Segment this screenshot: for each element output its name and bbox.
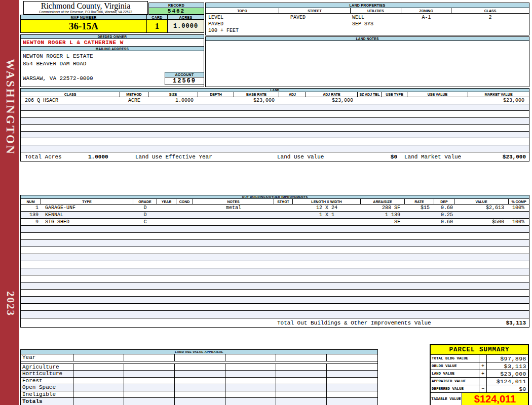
map-number-header: MAP NUMBER bbox=[20, 15, 147, 20]
appraisal-cell bbox=[327, 371, 377, 377]
out-buildings-total-label: Total Out Buildings & Other Improvements… bbox=[277, 320, 431, 326]
column-header: USE VALUE bbox=[407, 92, 468, 97]
table-row bbox=[21, 247, 529, 254]
cell: ACRE bbox=[120, 97, 148, 104]
land-use-value-label: Land Use Value bbox=[277, 154, 324, 160]
deeded-owner-header: DEEDED OWNER bbox=[20, 34, 204, 39]
appraisal-cell bbox=[175, 391, 225, 398]
parcel-summary-row: DEFERRED VALUE−$0 bbox=[431, 385, 528, 393]
cell bbox=[274, 219, 293, 225]
column-header: SIZE bbox=[148, 92, 198, 97]
cell: 0.25 bbox=[434, 212, 454, 218]
table-row bbox=[21, 138, 529, 145]
table-row bbox=[21, 311, 529, 318]
appraisal-cell bbox=[175, 398, 225, 405]
parcel-summary-label: APPRAISED VALUE bbox=[431, 378, 479, 385]
appraisal-cell bbox=[327, 384, 377, 391]
parcel-summary-operator: + bbox=[479, 362, 487, 370]
left-sidebar: WASHINGTON 2023 bbox=[0, 0, 19, 405]
appraisal-cell bbox=[175, 364, 225, 371]
cell bbox=[358, 97, 382, 104]
column-header: CLASS bbox=[21, 92, 120, 97]
appraisal-row: Totals bbox=[21, 398, 377, 405]
cell: 1 139 bbox=[361, 212, 405, 218]
appraisal-row-label: Forest bbox=[21, 378, 73, 384]
appraisal-cell bbox=[73, 384, 124, 391]
appraisal-cell bbox=[124, 398, 175, 405]
parcel-summary-label: DEFERRED VALUE bbox=[431, 385, 479, 392]
appraisal-cell bbox=[225, 398, 276, 405]
land-use-value: $0 bbox=[377, 154, 397, 160]
cell: $2,613 bbox=[454, 205, 509, 211]
land-properties-column-headers: TOPOSTREETUTILITIESZONINGCLASS bbox=[206, 8, 529, 14]
appraisal-row-label: Ineligible bbox=[21, 391, 73, 398]
appraisal-cell bbox=[175, 378, 225, 384]
land-properties-value: PAVED bbox=[207, 21, 279, 27]
cell: SF bbox=[361, 219, 405, 225]
land-properties-column-header: STREET bbox=[279, 8, 351, 14]
column-header: COND bbox=[176, 199, 193, 204]
column-header: BASE RATE bbox=[234, 92, 279, 97]
cell: 12 X 24 bbox=[293, 205, 361, 211]
land-properties-value-column: PAVED bbox=[279, 14, 351, 34]
cell bbox=[274, 205, 293, 211]
land-totals-row: Total Acres 1.0000 Land Use Effective Ye… bbox=[20, 152, 529, 161]
land-market-value-label: Land Market Value bbox=[404, 154, 461, 160]
appraisal-cell bbox=[124, 378, 175, 384]
parcel-summary-label: LAND VALUE bbox=[431, 370, 479, 377]
appraisal-cell bbox=[276, 378, 327, 384]
acres-value: 1.0000 bbox=[168, 20, 204, 33]
cell bbox=[509, 212, 529, 218]
appraisal-cell bbox=[225, 384, 276, 391]
land-notes-box bbox=[205, 41, 529, 87]
table-row bbox=[21, 261, 529, 268]
appraisal-cell bbox=[225, 354, 276, 361]
record-header: RECORD bbox=[148, 3, 204, 8]
land-table-body: 206 Q HSACRACRE1.0000$23,000$23,000$23,0… bbox=[20, 97, 529, 152]
land-properties-column-header: TOPO bbox=[206, 8, 279, 14]
appraisal-cell bbox=[225, 391, 276, 398]
appraisal-cell bbox=[175, 354, 225, 361]
land-properties-column-header: UTILITIES bbox=[351, 8, 401, 14]
column-header: VALUE bbox=[454, 199, 509, 204]
column-header: MARKET VALUE bbox=[468, 92, 529, 97]
column-header: YEAR bbox=[157, 199, 176, 204]
cell: $23,000 bbox=[234, 97, 279, 104]
column-header: STHGT bbox=[274, 199, 293, 204]
account-header: ACCOUNT bbox=[165, 72, 204, 77]
appraisal-cell bbox=[175, 371, 225, 377]
table-row: 1GARAGE-UNFDmetal12 X 24288 SF$150.60$2,… bbox=[21, 205, 529, 212]
cell bbox=[407, 97, 468, 104]
parcel-summary-value: $124,011 bbox=[487, 378, 528, 385]
cell: GARAGE-UNF bbox=[41, 205, 133, 211]
table-row bbox=[21, 104, 529, 111]
land-properties-column-header: CLASS bbox=[451, 8, 529, 14]
cell bbox=[405, 212, 434, 218]
land-properties-value: LEVEL bbox=[207, 14, 279, 21]
column-header: TYPE bbox=[41, 199, 133, 204]
table-row: 9STG SHEDCSF0.60$500100% bbox=[21, 219, 529, 226]
cell: 288 SF bbox=[361, 205, 405, 211]
address-line: NEWTON ROGER L ESTATE bbox=[23, 53, 204, 60]
cell: D bbox=[133, 212, 157, 218]
cell: STG SHED bbox=[41, 219, 133, 225]
cell bbox=[157, 219, 176, 225]
parcel-summary-operator: + bbox=[479, 370, 487, 377]
cell bbox=[176, 212, 193, 218]
column-header: ADJ RATE bbox=[306, 92, 358, 97]
appraisal-row-label: Agriculture bbox=[21, 364, 73, 371]
appraisal-cell bbox=[327, 391, 377, 398]
table-row bbox=[21, 240, 529, 247]
parcel-summary-row: OBLDG VALUE+$3,113 bbox=[431, 362, 528, 370]
table-row: 206 Q HSACRACRE1.0000$23,000$23,000$23,0… bbox=[21, 97, 529, 104]
appraisal-cell bbox=[276, 354, 327, 361]
cell bbox=[198, 97, 234, 104]
column-header: LENGTH X WIDTH bbox=[293, 199, 361, 204]
column-header: USE TYPE bbox=[382, 92, 407, 97]
appraisal-cell bbox=[276, 371, 327, 377]
cell: KENNAL bbox=[41, 212, 133, 218]
appraisal-row: Ineligible bbox=[21, 391, 377, 398]
cell bbox=[382, 97, 407, 104]
land-use-effective-year-label: Land Use Effective Year bbox=[135, 154, 212, 160]
land-properties-values: LEVELPAVED100 + FEETPAVEDWELLSEP SYSA-12 bbox=[206, 14, 529, 34]
